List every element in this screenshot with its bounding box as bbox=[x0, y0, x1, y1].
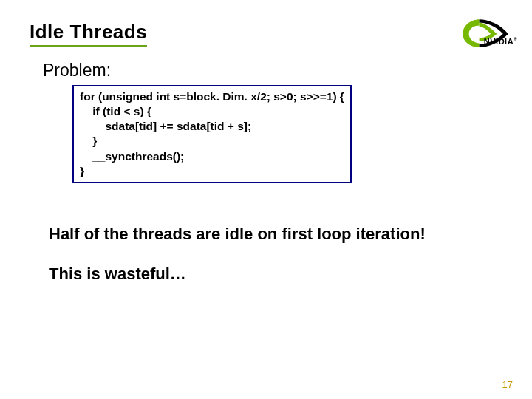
body-line-2: This is wasteful… bbox=[49, 265, 502, 284]
page-number: 17 bbox=[502, 379, 513, 390]
nvidia-logo-text: NVIDIA® bbox=[484, 37, 517, 46]
code-block: for (unsigned int s=block. Dim. x/2; s>0… bbox=[72, 85, 352, 183]
body-line-1: Half of the threads are idle on first lo… bbox=[49, 225, 502, 244]
slide-title: Idle Threads bbox=[30, 21, 147, 47]
problem-label: Problem: bbox=[43, 61, 502, 81]
